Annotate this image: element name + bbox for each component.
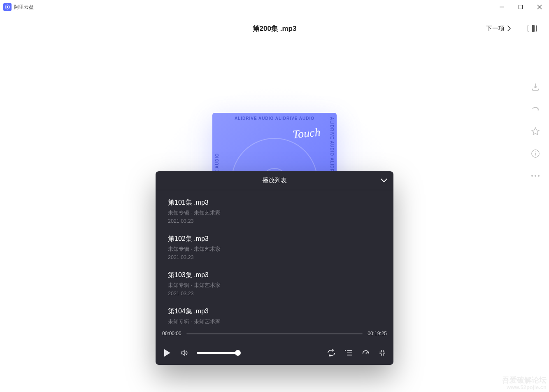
progress-row: 00:00:00 00:19:25 bbox=[156, 326, 393, 341]
page-title: 第200集 .mp3 bbox=[253, 24, 297, 33]
album-strip-top: ALIDRIVE AUDIO ALIDRIVE AUDIO bbox=[212, 116, 337, 121]
play-button[interactable] bbox=[163, 348, 171, 357]
speed-icon bbox=[361, 348, 370, 357]
next-item-label: 下一项 bbox=[486, 25, 505, 33]
playlist-header: 播放列表 bbox=[156, 171, 393, 190]
track-meta: 未知专辑 - 未知艺术家 bbox=[168, 210, 381, 217]
controls-left bbox=[163, 348, 238, 357]
minimize-button[interactable] bbox=[492, 0, 511, 14]
track-date: 2021.03.23 bbox=[168, 218, 381, 224]
track-title: 第103集 .mp3 bbox=[168, 271, 381, 280]
maximize-button[interactable] bbox=[511, 0, 530, 14]
time-elapsed: 00:00:00 bbox=[162, 331, 181, 336]
player-controls bbox=[156, 341, 393, 365]
page-header: 第200集 .mp3 下一项 bbox=[0, 14, 549, 43]
titlebar: 阿里云盘 bbox=[0, 0, 549, 14]
playlist-collapse-button[interactable] bbox=[380, 177, 388, 184]
playlist-item[interactable]: 第101集 .mp3 未知专辑 - 未知艺术家 2021.03.23 bbox=[156, 193, 393, 229]
speed-button[interactable] bbox=[361, 348, 370, 357]
album-touch-text: Touch bbox=[292, 126, 321, 141]
collapse-player-button[interactable] bbox=[379, 349, 386, 357]
chevron-right-icon bbox=[507, 26, 511, 31]
playlist-item[interactable]: 第102集 .mp3 未知专辑 - 未知艺术家 2021.03.23 bbox=[156, 229, 393, 265]
watermark-line2: www.52pojie.cn bbox=[502, 385, 547, 390]
volume-slider[interactable] bbox=[197, 352, 238, 354]
playlist-item[interactable]: 第103集 .mp3 未知专辑 - 未知艺术家 2021.03.23 bbox=[156, 265, 393, 301]
player-panel: 播放列表 第101集 .mp3 未知专辑 - 未知艺术家 2021.03.23 … bbox=[156, 171, 393, 365]
controls-right bbox=[327, 348, 386, 357]
app-title: 阿里云盘 bbox=[14, 4, 34, 11]
stage: ALIDRIVE AUDIO ALIDRIVE AUDIO ALIDRIVE A… bbox=[0, 43, 549, 392]
playlist-list[interactable]: 第101集 .mp3 未知专辑 - 未知艺术家 2021.03.23 第102集… bbox=[156, 190, 393, 326]
time-total: 00:19:25 bbox=[368, 331, 387, 336]
window-controls bbox=[492, 0, 549, 14]
chevron-down-icon bbox=[380, 178, 388, 183]
track-title: 第102集 .mp3 bbox=[168, 235, 381, 243]
svg-point-1 bbox=[7, 6, 8, 8]
side-panel-toggle-button[interactable] bbox=[528, 25, 537, 32]
volume-thumb[interactable] bbox=[235, 350, 241, 356]
track-meta: 未知专辑 - 未知艺术家 bbox=[168, 246, 381, 253]
next-item-button[interactable]: 下一项 bbox=[486, 25, 511, 33]
header-right: 下一项 bbox=[486, 25, 537, 33]
playlist-item[interactable]: 第104集 .mp3 未知专辑 - 未知艺术家 bbox=[156, 301, 393, 326]
loop-icon bbox=[327, 349, 336, 357]
track-date: 2021.03.23 bbox=[168, 291, 381, 296]
track-meta: 未知专辑 - 未知艺术家 bbox=[168, 282, 381, 289]
playlist-icon bbox=[344, 349, 353, 357]
play-icon bbox=[163, 348, 171, 357]
volume-icon bbox=[179, 349, 188, 357]
queue-button[interactable] bbox=[344, 349, 353, 357]
watermark-line1: 吾爱破解论坛 bbox=[502, 376, 547, 385]
track-title: 第101集 .mp3 bbox=[168, 198, 381, 207]
close-button[interactable] bbox=[530, 0, 549, 14]
track-date: 2021.03.23 bbox=[168, 254, 381, 260]
titlebar-left: 阿里云盘 bbox=[3, 3, 34, 11]
app-logo-icon bbox=[3, 3, 12, 11]
track-meta: 未知专辑 - 未知艺术家 bbox=[168, 318, 381, 325]
volume-button[interactable] bbox=[179, 349, 188, 357]
minimize-icon bbox=[379, 349, 386, 357]
loop-button[interactable] bbox=[327, 349, 336, 357]
playlist-title: 播放列表 bbox=[262, 177, 287, 184]
progress-bar[interactable] bbox=[186, 333, 363, 334]
watermark: 吾爱破解论坛 www.52pojie.cn bbox=[502, 376, 547, 390]
track-title: 第104集 .mp3 bbox=[168, 307, 381, 316]
svg-rect-3 bbox=[519, 5, 523, 9]
